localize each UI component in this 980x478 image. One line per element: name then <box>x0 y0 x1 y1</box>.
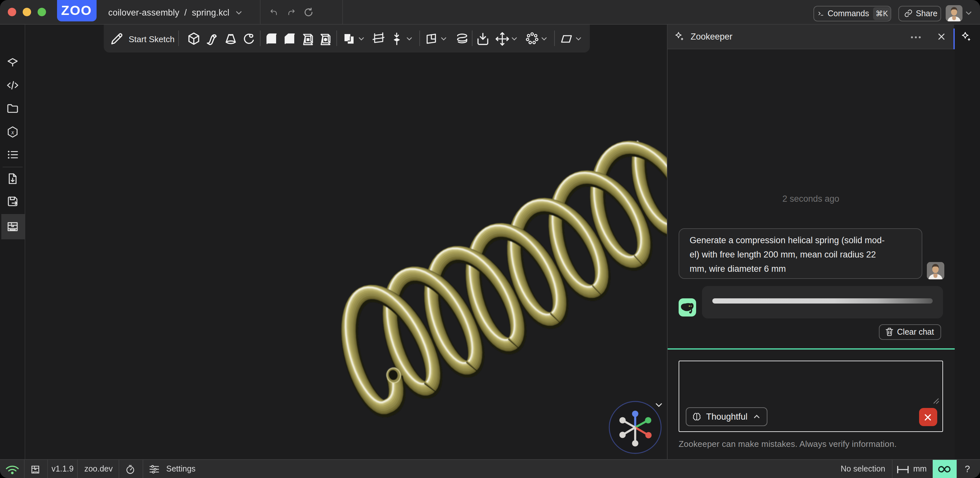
svg-text:x: x <box>11 128 14 135</box>
svg-text:ZOO: ZOO <box>61 4 92 17</box>
